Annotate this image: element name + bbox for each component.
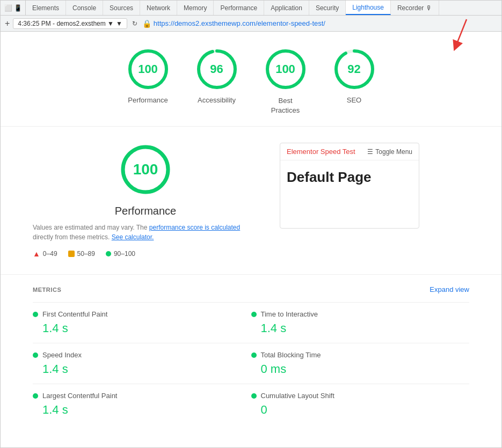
- accessibility-label: Accessibility: [198, 96, 236, 104]
- fcp-value: 1.4 s: [42, 321, 251, 335]
- metric-si: Speed Index 1.4 s: [33, 343, 251, 384]
- tab-console[interactable]: Console: [66, 1, 103, 15]
- cls-name: Cumulative Layout Shift: [261, 392, 334, 400]
- accessibility-circle: 96: [195, 48, 238, 91]
- si-status-dot: [33, 352, 38, 358]
- svg-line-0: [456, 19, 467, 46]
- si-value: 1.4 s: [42, 362, 251, 376]
- metric-cls-header: Cumulative Layout Shift: [251, 392, 470, 400]
- hamburger-icon: ☰: [367, 148, 373, 156]
- tab-performance[interactable]: Performance: [214, 1, 264, 15]
- tbt-name: Total Blocking Time: [261, 351, 321, 359]
- calculator-link[interactable]: See calculator.: [112, 233, 154, 241]
- tab-application[interactable]: Application: [264, 1, 309, 15]
- tti-status-dot: [251, 312, 257, 317]
- score-accessibility: 96 Accessibility: [195, 48, 238, 115]
- legend-pass: 90–100: [106, 250, 135, 258]
- tab-recorder[interactable]: Recorder 🎙: [391, 1, 439, 15]
- performance-section: 100 Performance Values are estimated and…: [1, 127, 501, 275]
- lock-icon: 🔒: [142, 19, 151, 28]
- performance-detail-circle: 100: [119, 143, 172, 196]
- tbt-value: 0 ms: [261, 362, 470, 376]
- metrics-header: METRICS Expand view: [33, 275, 469, 302]
- toggle-menu-label: Toggle Menu: [375, 148, 412, 156]
- perf-score-link[interactable]: performance score is calculated: [149, 224, 240, 231]
- metric-cls: Cumulative Layout Shift 0: [251, 384, 470, 424]
- metric-fcp-header: First Contentful Paint: [33, 310, 251, 318]
- score-seo: 92 SEO: [333, 48, 376, 115]
- metric-tbt: Total Blocking Time 0 ms: [251, 343, 470, 384]
- url-text: https://demos2.exsthemewp.com/elementor-…: [154, 19, 325, 27]
- site-preview: Elementor Speed Test ☰ Toggle Menu Defau…: [280, 143, 419, 229]
- new-tab-button[interactable]: +: [5, 19, 10, 28]
- tab-lighthouse[interactable]: Lighthouse: [346, 1, 391, 15]
- score-best-practices: 100 BestPractices: [264, 48, 307, 115]
- si-name: Speed Index: [42, 351, 82, 359]
- metric-lcp: Largest Contentful Paint 1.4 s: [33, 384, 251, 424]
- lighthouse-content: 100 Performance 96 Accessibility: [1, 32, 501, 447]
- best-practices-score: 100: [275, 62, 295, 76]
- score-legend: ▲ 0–49 50–89 90–100: [33, 249, 258, 258]
- performance-big-score: 100: [33, 143, 258, 196]
- performance-label: Performance: [128, 96, 168, 104]
- cls-value: 0: [261, 403, 470, 417]
- preview-page-title: Default Page: [287, 169, 412, 186]
- performance-description: Values are estimated and may vary. The p…: [33, 223, 258, 242]
- refresh-icon[interactable]: ↻: [130, 19, 139, 28]
- best-practices-label: BestPractices: [271, 96, 300, 115]
- devtools-tab-bar: ⬜ 📱 Elements Console Sources Network Mem…: [1, 1, 501, 16]
- metric-fcp: First Contentful Paint 1.4 s: [33, 302, 251, 343]
- accessibility-score: 96: [210, 62, 223, 76]
- red-arrow-annotation: [410, 17, 475, 54]
- device-icon[interactable]: 📱: [13, 4, 22, 12]
- metrics-section: METRICS Expand view First Contentful Pai…: [1, 275, 501, 440]
- tbt-status-dot: [251, 352, 257, 358]
- metric-tti-header: Time to Interactive: [251, 310, 470, 318]
- legend-average: 50–89: [68, 250, 95, 258]
- lcp-name: Largest Contentful Paint: [42, 392, 117, 400]
- performance-circle: 100: [127, 48, 170, 91]
- devtools-window: ⬜ 📱 Elements Console Sources Network Mem…: [0, 0, 502, 448]
- lcp-status-dot: [33, 393, 38, 399]
- seo-label: SEO: [347, 96, 361, 104]
- preview-menu: ☰ Toggle Menu: [367, 148, 412, 156]
- tab-memory[interactable]: Memory: [177, 1, 214, 15]
- tti-name: Time to Interactive: [261, 310, 318, 318]
- performance-score: 100: [138, 62, 158, 76]
- tti-value: 1.4 s: [261, 321, 470, 335]
- tab-elements[interactable]: Elements: [26, 1, 66, 15]
- metric-tti: Time to Interactive 1.4 s: [251, 302, 470, 343]
- inspect-icon[interactable]: ⬜: [4, 4, 12, 12]
- fcp-name: First Contentful Paint: [42, 310, 107, 318]
- best-practices-circle: 100: [264, 48, 307, 91]
- metric-lcp-header: Largest Contentful Paint: [33, 392, 251, 400]
- seo-score: 92: [347, 62, 360, 76]
- metrics-grid: First Contentful Paint 1.4 s Time to Int…: [33, 302, 469, 424]
- performance-title: Performance: [33, 205, 258, 217]
- tab-info: 4:36:25 PM - demos2.exsthem ▼ ▼: [13, 18, 127, 29]
- fail-icon: ▲: [33, 249, 40, 258]
- perf-big-number: 100: [133, 161, 158, 178]
- preview-brand: Elementor Speed Test: [287, 148, 355, 156]
- score-performance: 100 Performance: [127, 48, 170, 115]
- metric-si-header: Speed Index: [33, 351, 251, 359]
- preview-header: Elementor Speed Test ☰ Toggle Menu: [280, 143, 419, 160]
- cls-status-dot: [251, 393, 257, 399]
- dropdown-icon[interactable]: ▼: [116, 20, 122, 27]
- pass-icon: [106, 251, 111, 256]
- metric-tbt-header: Total Blocking Time: [251, 351, 470, 359]
- average-icon: [68, 251, 75, 257]
- lcp-value: 1.4 s: [42, 403, 251, 417]
- tab-security[interactable]: Security: [309, 1, 346, 15]
- fcp-status-dot: [33, 312, 38, 317]
- performance-left: 100 Performance Values are estimated and…: [33, 143, 258, 258]
- metrics-title: METRICS: [33, 287, 61, 293]
- preview-body: Default Page: [280, 160, 419, 194]
- tab-network[interactable]: Network: [140, 1, 177, 15]
- expand-view-button[interactable]: Expand view: [430, 285, 469, 293]
- tab-sources[interactable]: Sources: [103, 1, 140, 15]
- legend-fail: ▲ 0–49: [33, 249, 57, 258]
- seo-circle: 92: [333, 48, 376, 91]
